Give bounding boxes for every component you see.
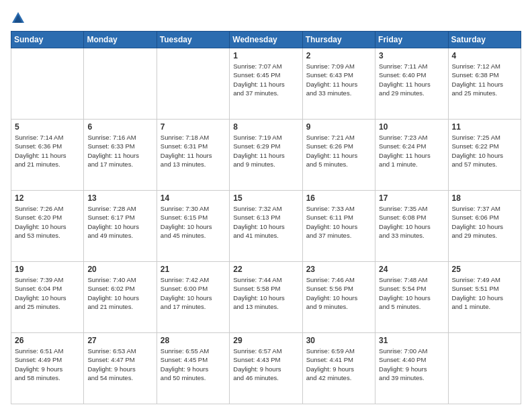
day-number: 6 — [87, 122, 152, 132]
calendar-cell: 22Sunrise: 7:44 AM Sunset: 5:58 PM Dayli… — [230, 262, 302, 333]
calendar-cell: 10Sunrise: 7:23 AM Sunset: 6:24 PM Dayli… — [375, 120, 448, 191]
day-info: Sunrise: 6:55 AM Sunset: 4:45 PM Dayligh… — [161, 347, 226, 382]
day-number: 21 — [161, 265, 226, 274]
calendar-cell: 17Sunrise: 7:35 AM Sunset: 6:08 PM Dayli… — [375, 191, 448, 262]
calendar-week-3: 12Sunrise: 7:26 AM Sunset: 6:20 PM Dayli… — [11, 191, 521, 262]
day-number: 18 — [452, 193, 517, 203]
calendar-cell: 23Sunrise: 7:46 AM Sunset: 5:56 PM Dayli… — [302, 262, 375, 333]
day-number: 16 — [306, 193, 371, 203]
calendar-cell: 7Sunrise: 7:18 AM Sunset: 6:31 PM Daylig… — [157, 120, 229, 191]
day-number: 7 — [161, 122, 226, 132]
day-number: 13 — [87, 193, 152, 203]
calendar-cell: 24Sunrise: 7:48 AM Sunset: 5:54 PM Dayli… — [375, 262, 448, 333]
day-info: Sunrise: 7:33 AM Sunset: 6:11 PM Dayligh… — [306, 204, 371, 240]
calendar-cell: 4Sunrise: 7:12 AM Sunset: 6:38 PM Daylig… — [448, 48, 521, 120]
calendar-cell — [448, 333, 521, 404]
day-info: Sunrise: 6:51 AM Sunset: 4:49 PM Dayligh… — [15, 347, 80, 382]
calendar-week-1: 1Sunrise: 7:07 AM Sunset: 6:45 PM Daylig… — [11, 48, 521, 120]
calendar-cell: 27Sunrise: 6:53 AM Sunset: 4:47 PM Dayli… — [84, 333, 157, 404]
day-number: 4 — [452, 51, 517, 60]
day-info: Sunrise: 7:09 AM Sunset: 6:43 PM Dayligh… — [306, 62, 371, 97]
calendar-cell: 13Sunrise: 7:28 AM Sunset: 6:17 PM Dayli… — [84, 191, 157, 262]
calendar-cell: 15Sunrise: 7:32 AM Sunset: 6:13 PM Dayli… — [230, 191, 302, 262]
header-saturday: Saturday — [448, 32, 521, 48]
header-sunday: Sunday — [11, 32, 84, 48]
day-info: Sunrise: 7:48 AM Sunset: 5:54 PM Dayligh… — [379, 275, 444, 311]
day-number: 26 — [15, 336, 80, 345]
day-info: Sunrise: 7:21 AM Sunset: 6:26 PM Dayligh… — [306, 133, 371, 169]
calendar-cell: 6Sunrise: 7:16 AM Sunset: 6:33 PM Daylig… — [84, 120, 157, 191]
calendar-cell: 8Sunrise: 7:19 AM Sunset: 6:29 PM Daylig… — [230, 120, 302, 191]
day-number: 23 — [306, 265, 371, 274]
calendar-cell: 9Sunrise: 7:21 AM Sunset: 6:26 PM Daylig… — [302, 120, 375, 191]
calendar-cell: 16Sunrise: 7:33 AM Sunset: 6:11 PM Dayli… — [302, 191, 375, 262]
calendar-cell: 31Sunrise: 7:00 AM Sunset: 4:40 PM Dayli… — [375, 333, 448, 404]
day-number: 9 — [306, 122, 371, 132]
calendar-cell: 20Sunrise: 7:40 AM Sunset: 6:02 PM Dayli… — [84, 262, 157, 333]
calendar-cell — [11, 48, 84, 120]
day-info: Sunrise: 7:49 AM Sunset: 5:51 PM Dayligh… — [452, 275, 517, 311]
calendar-cell: 30Sunrise: 6:59 AM Sunset: 4:41 PM Dayli… — [302, 333, 375, 404]
calendar-week-2: 5Sunrise: 7:14 AM Sunset: 6:36 PM Daylig… — [11, 120, 521, 191]
day-info: Sunrise: 7:00 AM Sunset: 4:40 PM Dayligh… — [379, 347, 444, 382]
header-friday: Friday — [375, 32, 448, 48]
header-thursday: Thursday — [302, 32, 375, 48]
day-number: 25 — [452, 265, 517, 274]
day-info: Sunrise: 7:39 AM Sunset: 6:04 PM Dayligh… — [15, 275, 80, 311]
day-number: 12 — [15, 193, 80, 203]
calendar-table: Sunday Monday Tuesday Wednesday Thursday… — [11, 31, 521, 404]
day-info: Sunrise: 7:18 AM Sunset: 6:31 PM Dayligh… — [161, 133, 226, 169]
day-number: 28 — [161, 336, 226, 345]
day-number: 19 — [15, 265, 80, 274]
day-info: Sunrise: 7:46 AM Sunset: 5:56 PM Dayligh… — [306, 275, 371, 311]
day-number: 31 — [379, 336, 444, 345]
day-info: Sunrise: 7:42 AM Sunset: 6:00 PM Dayligh… — [161, 275, 226, 311]
day-info: Sunrise: 7:07 AM Sunset: 6:45 PM Dayligh… — [233, 62, 298, 97]
weekday-header-row: Sunday Monday Tuesday Wednesday Thursday… — [11, 32, 521, 48]
day-number: 11 — [452, 122, 517, 132]
calendar-cell: 25Sunrise: 7:49 AM Sunset: 5:51 PM Dayli… — [448, 262, 521, 333]
calendar-cell: 3Sunrise: 7:11 AM Sunset: 6:40 PM Daylig… — [375, 48, 448, 120]
day-info: Sunrise: 7:26 AM Sunset: 6:20 PM Dayligh… — [15, 204, 80, 240]
day-number: 14 — [161, 193, 226, 203]
calendar-cell — [157, 48, 229, 120]
calendar-cell: 26Sunrise: 6:51 AM Sunset: 4:49 PM Dayli… — [11, 333, 84, 404]
calendar-cell: 19Sunrise: 7:39 AM Sunset: 6:04 PM Dayli… — [11, 262, 84, 333]
calendar-cell: 29Sunrise: 6:57 AM Sunset: 4:43 PM Dayli… — [230, 333, 302, 404]
day-number: 5 — [15, 122, 80, 132]
day-info: Sunrise: 7:37 AM Sunset: 6:06 PM Dayligh… — [452, 204, 517, 240]
calendar-week-4: 19Sunrise: 7:39 AM Sunset: 6:04 PM Dayli… — [11, 262, 521, 333]
calendar-page: Sunday Monday Tuesday Wednesday Thursday… — [0, 0, 532, 411]
calendar-cell: 14Sunrise: 7:30 AM Sunset: 6:15 PM Dayli… — [157, 191, 229, 262]
day-info: Sunrise: 7:44 AM Sunset: 5:58 PM Dayligh… — [233, 275, 298, 311]
calendar-cell: 2Sunrise: 7:09 AM Sunset: 6:43 PM Daylig… — [302, 48, 375, 120]
calendar-cell: 5Sunrise: 7:14 AM Sunset: 6:36 PM Daylig… — [11, 120, 84, 191]
calendar-cell: 1Sunrise: 7:07 AM Sunset: 6:45 PM Daylig… — [230, 48, 302, 120]
calendar-cell: 11Sunrise: 7:25 AM Sunset: 6:22 PM Dayli… — [448, 120, 521, 191]
day-info: Sunrise: 7:32 AM Sunset: 6:13 PM Dayligh… — [233, 204, 298, 240]
day-number: 24 — [379, 265, 444, 274]
day-info: Sunrise: 6:57 AM Sunset: 4:43 PM Dayligh… — [233, 347, 298, 382]
logo — [11, 8, 28, 26]
calendar-cell: 28Sunrise: 6:55 AM Sunset: 4:45 PM Dayli… — [157, 333, 229, 404]
day-number: 29 — [233, 336, 298, 345]
day-info: Sunrise: 7:19 AM Sunset: 6:29 PM Dayligh… — [233, 133, 298, 169]
day-number: 17 — [379, 193, 444, 203]
day-info: Sunrise: 7:28 AM Sunset: 6:17 PM Dayligh… — [87, 204, 152, 240]
day-info: Sunrise: 7:25 AM Sunset: 6:22 PM Dayligh… — [452, 133, 517, 169]
day-number: 20 — [87, 265, 152, 274]
day-info: Sunrise: 7:12 AM Sunset: 6:38 PM Dayligh… — [452, 62, 517, 97]
day-info: Sunrise: 7:16 AM Sunset: 6:33 PM Dayligh… — [87, 133, 152, 169]
day-number: 3 — [379, 51, 444, 60]
calendar-week-5: 26Sunrise: 6:51 AM Sunset: 4:49 PM Dayli… — [11, 333, 521, 404]
day-info: Sunrise: 7:23 AM Sunset: 6:24 PM Dayligh… — [379, 133, 444, 169]
day-info: Sunrise: 7:11 AM Sunset: 6:40 PM Dayligh… — [379, 62, 444, 97]
day-info: Sunrise: 7:14 AM Sunset: 6:36 PM Dayligh… — [15, 133, 80, 169]
day-info: Sunrise: 7:30 AM Sunset: 6:15 PM Dayligh… — [161, 204, 226, 240]
day-info: Sunrise: 6:53 AM Sunset: 4:47 PM Dayligh… — [87, 347, 152, 382]
day-number: 10 — [379, 122, 444, 132]
calendar-cell — [84, 48, 157, 120]
header — [11, 8, 521, 26]
logo-icon — [11, 11, 26, 26]
day-info: Sunrise: 7:40 AM Sunset: 6:02 PM Dayligh… — [87, 275, 152, 311]
